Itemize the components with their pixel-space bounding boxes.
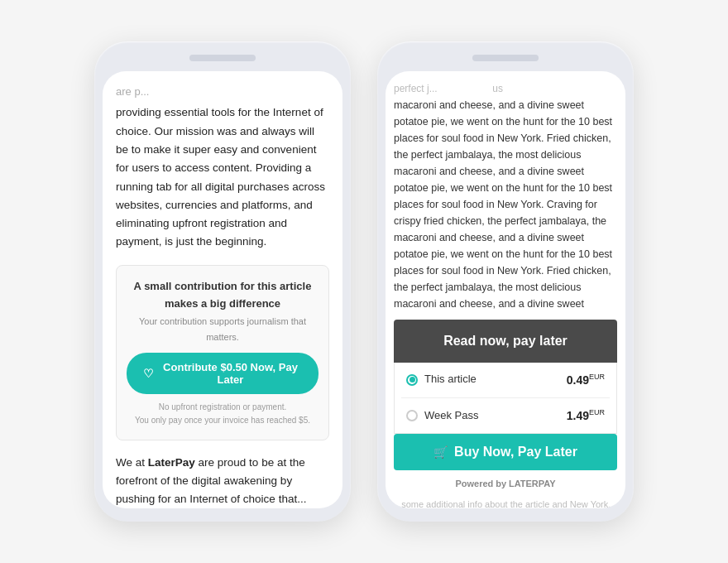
left-phone: are p... providing essential tools for t…	[94, 41, 351, 522]
right-article-text: perfect j... us macaroni and cheese, and…	[394, 81, 617, 313]
pay-option-week-left: Week Pass	[406, 407, 479, 425]
right-content: perfect j... us macaroni and cheese, and…	[394, 81, 617, 498]
pay-option-article[interactable]: This article 0.49EUR	[401, 363, 610, 398]
contribution-note: No upfront registration or payment. You …	[127, 401, 318, 428]
right-footer-text: ...some additional info about the articl…	[394, 498, 617, 508]
phone-notch-left	[189, 55, 256, 61]
pay-option-article-left: This article	[406, 371, 477, 388]
right-phone-screen: perfect j... us macaroni and cheese, and…	[386, 71, 625, 508]
contribution-box: A small contribution for this article ma…	[116, 265, 329, 440]
phone-notch-right	[472, 55, 539, 61]
left-phone-screen: are p... providing essential tools for t…	[103, 71, 342, 508]
contribute-button[interactable]: ♡ Contribute $0.50 Now, Pay Later	[127, 353, 318, 394]
pay-option-week-label: Week Pass	[424, 407, 479, 425]
buy-button[interactable]: 🛒 Buy Now, Pay Later	[394, 434, 617, 470]
contribution-subtitle: Your contribution supports journalism th…	[127, 314, 318, 344]
radio-week[interactable]	[406, 410, 418, 421]
cart-icon: 🛒	[433, 445, 448, 459]
heart-icon: ♡	[143, 367, 154, 380]
pay-option-article-price: 0.49EUR	[567, 371, 605, 389]
radio-article[interactable]	[406, 374, 418, 386]
left-paragraph: providing essential tools for the Intern…	[116, 103, 329, 251]
contribution-title: A small contribution for this article ma…	[127, 277, 318, 313]
pay-widget: Read now, pay later This article 0.49EUR	[394, 320, 617, 495]
laterpay-brand: LATERPAY	[509, 479, 556, 488]
brand-name: LaterPay	[148, 456, 195, 469]
contribute-button-label: Contribute $0.50 Now, Pay Later	[159, 361, 302, 386]
buy-button-label: Buy Now, Pay Later	[454, 445, 577, 460]
pay-options: This article 0.49EUR Week Pass	[394, 363, 617, 435]
app-container: are p... providing essential tools for t…	[0, 0, 728, 563]
pay-header: Read now, pay later	[394, 320, 617, 363]
powered-by: Powered by LATERPAY	[394, 470, 617, 495]
left-bottom-text: We at LaterPay are proud to be at the fo…	[116, 454, 329, 508]
left-article-content: are p... providing essential tools for t…	[116, 83, 329, 508]
pay-option-article-label: This article	[424, 371, 477, 388]
pay-option-week-price: 1.49EUR	[567, 407, 605, 425]
pay-option-week[interactable]: Week Pass 1.49EUR	[401, 398, 610, 433]
left-fade-top: are p...	[116, 83, 329, 100]
right-phone: perfect j... us macaroni and cheese, and…	[377, 41, 634, 522]
